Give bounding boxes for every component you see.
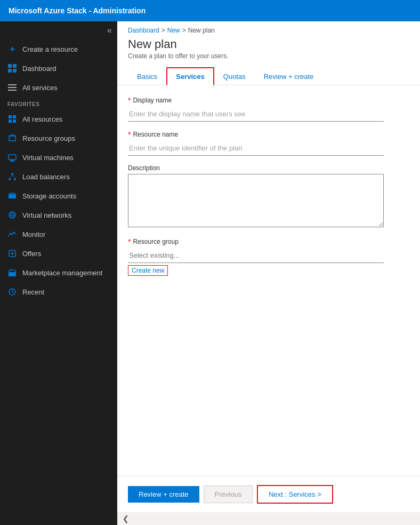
tabs-container: Basics Services Quotas Review + create <box>117 62 420 85</box>
description-field: Description <box>128 164 409 229</box>
display-name-field: * Display name <box>128 96 409 122</box>
previous-button: Previous <box>204 486 253 503</box>
topbar: Microsoft Azure Stack - Administration <box>0 0 420 21</box>
sidebar-label-load-balancers: Load balancers <box>22 173 70 181</box>
bottom-bar: ❮ <box>117 512 420 525</box>
sidebar-label-all-services: All services <box>22 84 58 92</box>
required-marker: * <box>128 96 131 105</box>
sidebar-label-recent: Recent <box>22 288 44 296</box>
create-new-link[interactable]: Create new <box>128 265 168 276</box>
offers-icon <box>7 249 17 258</box>
sidebar-item-dashboard[interactable]: Dashboard <box>0 59 117 78</box>
resources-icon <box>7 114 17 124</box>
svg-rect-5 <box>8 87 17 88</box>
tab-services[interactable]: Services <box>166 67 214 85</box>
sidebar-item-offers[interactable]: Offers <box>0 244 117 263</box>
next-services-button[interactable]: Next : Services > <box>257 485 333 504</box>
page-title: New plan <box>128 37 409 51</box>
sidebar-collapse-btn[interactable]: « <box>0 21 117 39</box>
sidebar-label-resource-groups: Resource groups <box>22 134 75 142</box>
lb-icon <box>7 172 17 181</box>
collapse-icon[interactable]: « <box>107 26 112 35</box>
svg-point-21 <box>9 193 16 195</box>
required-marker-2: * <box>128 130 131 139</box>
vnet-icon <box>7 210 17 220</box>
sidebar-label-offers: Offers <box>22 250 41 258</box>
svg-rect-9 <box>9 120 12 123</box>
resource-group-input[interactable] <box>128 248 384 263</box>
sidebar-item-virtual-networks[interactable]: Virtual networks <box>0 205 117 225</box>
breadcrumb-new[interactable]: New <box>167 27 180 34</box>
sidebar-label-storage-accounts: Storage accounts <box>22 192 76 200</box>
svg-rect-3 <box>13 69 17 73</box>
description-label: Description <box>128 164 409 172</box>
tab-review-create[interactable]: Review + create <box>255 67 323 85</box>
page-title-section: New plan Create a plan to offer to your … <box>117 34 420 62</box>
svg-rect-10 <box>13 120 16 123</box>
dashboard-icon <box>7 63 17 73</box>
sidebar-item-all-services[interactable]: All services <box>0 78 117 97</box>
list-icon <box>7 83 17 92</box>
favorites-label: FAVORITES <box>0 97 117 109</box>
sidebar-item-marketplace-management[interactable]: Marketplace management <box>0 263 117 282</box>
breadcrumb: Dashboard > New > New plan <box>117 21 420 34</box>
svg-rect-1 <box>13 64 17 68</box>
footer-buttons: Review + create Previous Next : Services… <box>117 476 420 512</box>
sidebar-label-virtual-networks: Virtual networks <box>22 211 71 219</box>
svg-rect-6 <box>8 90 17 91</box>
tab-basics[interactable]: Basics <box>128 67 166 85</box>
svg-line-18 <box>10 175 12 178</box>
sidebar-item-monitor[interactable]: Monitor <box>0 225 117 244</box>
svg-point-16 <box>9 178 11 180</box>
groups-icon <box>7 133 17 143</box>
breadcrumb-dashboard[interactable]: Dashboard <box>128 27 159 34</box>
resource-group-label: * Resource group <box>128 237 409 246</box>
marketplace-icon <box>7 268 17 277</box>
review-create-button[interactable]: Review + create <box>128 486 199 503</box>
sidebar: « ＋ Create a resource Dashboard All serv… <box>0 21 117 525</box>
topbar-title: Microsoft Azure Stack - Administration <box>9 6 146 15</box>
sidebar-label-marketplace-management: Marketplace management <box>22 269 102 277</box>
sidebar-item-recent[interactable]: Recent <box>0 282 117 301</box>
storage-icon <box>7 191 17 201</box>
svg-rect-8 <box>13 115 16 118</box>
svg-rect-11 <box>9 136 15 141</box>
vm-icon <box>7 153 17 162</box>
sidebar-label-dashboard: Dashboard <box>22 65 56 73</box>
resource-name-input[interactable] <box>128 141 384 156</box>
sidebar-item-all-resources[interactable]: All resources <box>0 109 117 129</box>
tab-quotas[interactable]: Quotas <box>214 67 255 85</box>
sidebar-label-all-resources: All resources <box>22 115 62 123</box>
sidebar-item-storage-accounts[interactable]: Storage accounts <box>0 186 117 205</box>
svg-rect-7 <box>9 115 12 118</box>
resource-name-field: * Resource name <box>128 130 409 156</box>
plus-icon: ＋ <box>7 44 17 54</box>
svg-rect-29 <box>9 272 16 276</box>
sidebar-item-create-resource[interactable]: ＋ Create a resource <box>0 39 117 59</box>
required-marker-3: * <box>128 237 131 246</box>
svg-rect-12 <box>9 155 16 160</box>
display-name-label: * Display name <box>128 96 409 105</box>
resource-group-field: * Resource group Create new <box>128 237 409 276</box>
sidebar-label-virtual-machines: Virtual machines <box>22 154 74 162</box>
sidebar-item-resource-groups[interactable]: Resource groups <box>0 129 117 148</box>
monitor-icon <box>7 229 17 239</box>
sidebar-label-monitor: Monitor <box>22 230 45 238</box>
breadcrumb-current: New plan <box>188 27 215 34</box>
bottom-collapse-icon[interactable]: ❮ <box>123 514 129 523</box>
page-subtitle: Create a plan to offer to your users. <box>128 52 409 60</box>
recent-icon <box>7 287 17 297</box>
sidebar-item-virtual-machines[interactable]: Virtual machines <box>0 148 117 167</box>
svg-rect-0 <box>8 64 12 68</box>
content-area: Dashboard > New > New plan New plan Crea… <box>117 21 420 525</box>
display-name-input[interactable] <box>128 107 384 122</box>
resource-name-label: * Resource name <box>128 130 409 139</box>
svg-rect-4 <box>8 84 17 85</box>
svg-point-15 <box>11 173 13 175</box>
description-input[interactable] <box>128 174 384 227</box>
svg-point-17 <box>14 178 16 180</box>
svg-line-19 <box>12 175 15 178</box>
svg-rect-2 <box>8 69 12 73</box>
sidebar-item-load-balancers[interactable]: Load balancers <box>0 167 117 186</box>
form-area: * Display name * Resource name Descripti… <box>117 85 420 476</box>
